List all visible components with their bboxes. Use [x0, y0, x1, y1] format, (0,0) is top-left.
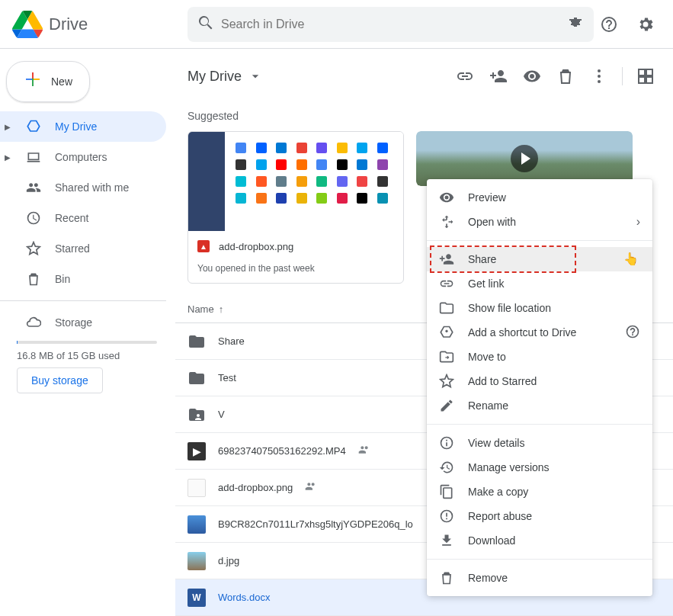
word-file-icon: W [187, 589, 206, 607]
sidebar-item-my-drive[interactable]: ▶ My Drive [0, 111, 166, 142]
grid-view-icon[interactable] [630, 61, 661, 91]
file-name: Share [218, 335, 245, 347]
search-bar[interactable] [187, 7, 594, 42]
suggested-card[interactable] [416, 131, 633, 186]
history-icon [439, 460, 454, 475]
file-name: 6982374075053162292.MP4 [218, 445, 346, 457]
folder-move-icon [439, 349, 454, 364]
copy-icon [439, 484, 454, 499]
sidebar-item-bin[interactable]: Bin [0, 264, 166, 294]
sidebar-item-storage[interactable]: Storage [0, 307, 166, 338]
svg-point-5 [197, 414, 200, 417]
storage-used-text: 16.8 MB of 15 GB used [17, 350, 157, 361]
menu-manage-versions[interactable]: Manage versions [427, 455, 652, 480]
image-file-icon [187, 552, 206, 570]
delete-icon[interactable] [550, 61, 581, 91]
link-icon [439, 276, 454, 291]
sidebar-item-label: Shared with me [55, 181, 129, 194]
card-title: add-dropbox.png [219, 241, 394, 252]
menu-show-location[interactable]: Show file location [427, 296, 652, 320]
sidebar-item-shared[interactable]: Shared with me [0, 172, 166, 203]
menu-open-with[interactable]: Open with › [427, 210, 652, 234]
sidebar-item-label: Starred [55, 242, 90, 255]
help-icon[interactable] [625, 324, 640, 342]
svg-point-0 [575, 20, 578, 23]
sidebar-item-computers[interactable]: ▶ Computers [0, 142, 166, 172]
trash-icon [26, 271, 41, 287]
card-subtitle: You opened in the past week [188, 263, 403, 283]
play-icon [511, 145, 538, 172]
preview-eye-icon[interactable] [517, 61, 547, 91]
folder-shared-icon [187, 406, 206, 424]
svg-point-2 [598, 69, 601, 72]
download-icon [439, 533, 454, 548]
suggested-card[interactable]: ▲ add-dropbox.png You opened in the past… [187, 131, 404, 284]
storage-bar [17, 341, 157, 344]
menu-starred[interactable]: Add to Starred [427, 369, 652, 393]
shortcut-icon [439, 325, 454, 340]
shared-icon [305, 480, 317, 495]
drive-icon [26, 119, 41, 134]
sidebar-item-label: Storage [55, 316, 92, 329]
star-icon [439, 374, 454, 389]
context-menu: Preview Open with › Share 👆 Get link Sho… [427, 179, 652, 596]
chevron-down-icon [248, 69, 263, 84]
buy-storage-button[interactable]: Buy storage [17, 367, 103, 393]
file-name: add-dropbox.png [218, 482, 293, 493]
suggested-heading: Suggested [175, 98, 673, 131]
warning-icon [439, 509, 454, 524]
menu-share[interactable]: Share 👆 [427, 247, 652, 271]
breadcrumb[interactable]: My Drive [187, 69, 263, 85]
plus-icon [24, 69, 42, 94]
menu-download[interactable]: Download [427, 528, 652, 553]
menu-add-shortcut[interactable]: Add a shortcut to Drive [427, 320, 652, 345]
file-name: d.jpg [218, 555, 239, 566]
sidebar-item-label: My Drive [55, 120, 97, 133]
menu-remove[interactable]: Remove [427, 566, 652, 590]
svg-point-3 [598, 75, 601, 78]
chevron-right-icon: ▶ [5, 123, 14, 131]
sidebar-item-label: Recent [55, 212, 88, 224]
more-icon[interactable] [584, 61, 614, 91]
menu-make-copy[interactable]: Make a copy [427, 480, 652, 504]
search-options-icon[interactable] [566, 14, 585, 34]
menu-preview[interactable]: Preview [427, 185, 652, 210]
sort-arrow-icon: ↑ [219, 303, 224, 315]
eye-icon [439, 190, 454, 205]
file-name: B9CR82Cn7011Lr7xhsg5ltyjYGDPE206q_lo [218, 518, 413, 530]
sidebar-item-recent[interactable]: Recent [0, 203, 166, 233]
share-person-icon[interactable] [483, 61, 514, 91]
image-file-icon [187, 479, 206, 497]
star-icon [26, 241, 41, 256]
person-add-icon [439, 252, 454, 267]
trash-icon [439, 570, 454, 586]
svg-point-4 [598, 80, 601, 83]
computers-icon [26, 149, 41, 165]
image-file-icon [187, 515, 206, 534]
search-input[interactable] [221, 18, 560, 31]
menu-rename[interactable]: Rename [427, 393, 652, 418]
file-name: V [218, 409, 225, 420]
menu-move-to[interactable]: Move to [427, 345, 652, 369]
menu-view-details[interactable]: View details [427, 431, 652, 455]
drive-logo-icon [12, 9, 43, 40]
file-name: Test [218, 372, 236, 383]
folder-icon [187, 332, 206, 351]
search-icon [197, 14, 215, 34]
info-icon [439, 435, 454, 451]
menu-get-link[interactable]: Get link [427, 271, 652, 296]
help-icon[interactable] [594, 9, 624, 40]
clock-icon [26, 210, 41, 226]
chevron-right-icon: ▶ [5, 153, 14, 162]
logo-area[interactable]: Drive [12, 9, 187, 40]
cursor-pointer-icon: 👆 [623, 252, 639, 266]
folder-icon [439, 300, 454, 316]
settings-icon[interactable] [630, 9, 661, 40]
menu-report-abuse[interactable]: Report abuse [427, 504, 652, 528]
sidebar-item-starred[interactable]: Starred [0, 233, 166, 264]
image-file-icon: ▲ [197, 240, 210, 252]
pencil-icon [439, 398, 454, 413]
new-button[interactable]: New [6, 61, 90, 102]
file-name: Words.docx [218, 592, 270, 603]
get-link-icon[interactable] [450, 61, 480, 91]
